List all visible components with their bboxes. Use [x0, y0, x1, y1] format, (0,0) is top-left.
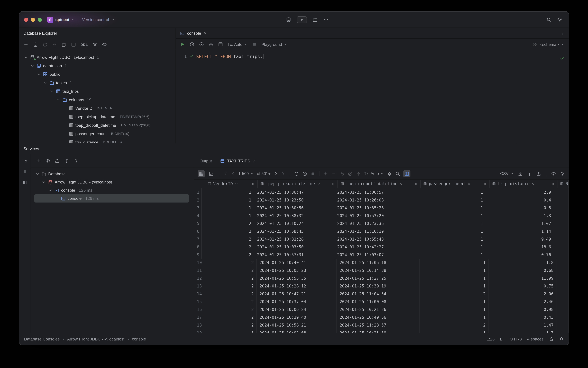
last-page-icon[interactable]	[281, 171, 286, 176]
delete-row-icon[interactable]	[331, 171, 337, 176]
cell-vendorid[interactable]: 2	[204, 313, 257, 321]
open-table-icon[interactable]	[71, 42, 76, 47]
chevron-down-icon[interactable]	[41, 180, 46, 184]
row-number-header[interactable]	[194, 180, 205, 188]
row-number[interactable]: 10	[194, 258, 204, 267]
cell-rate[interactable]	[557, 274, 569, 282]
first-page-icon[interactable]	[223, 171, 227, 176]
cancel-icon[interactable]	[348, 171, 353, 176]
cell-trip-distance[interactable]: 1.8	[489, 258, 557, 267]
tree-item-column[interactable]: trip_distance DOUBLE(0)	[19, 138, 176, 143]
table-row[interactable]: 4 1 2024-01-25 10:38:32 2024-01-25 10:53…	[194, 212, 569, 220]
row-number[interactable]: 12	[194, 274, 204, 282]
cell-rate[interactable]	[554, 212, 569, 220]
row-number[interactable]: 17	[194, 313, 204, 321]
schema-selector[interactable]: <schema>	[533, 42, 565, 47]
cell-pickup-datetime[interactable]: 2024-01-25 10:10:24	[254, 220, 334, 227]
cell-vendorid[interactable]: 1	[202, 204, 254, 212]
row-number[interactable]: 7	[194, 235, 202, 243]
cell-vendorid[interactable]: 2	[202, 220, 254, 227]
row-number[interactable]: 13	[194, 282, 204, 290]
encoding-widget[interactable]: UTF-8	[510, 337, 522, 341]
expand-all-icon[interactable]	[64, 158, 69, 164]
cell-pickup-datetime[interactable]: 2024-01-25 10:58:45	[254, 227, 334, 235]
cell-vendorid[interactable]: 2	[204, 258, 257, 267]
table-row[interactable]: 14 2 2024-01-25 10:47:21 2024-01-25 11:0…	[194, 290, 569, 298]
page-range-selector[interactable]: 1-500	[238, 171, 254, 176]
row-number[interactable]: 15	[194, 298, 204, 305]
row-number[interactable]: 16	[194, 305, 204, 313]
inspections-ok-check-icon[interactable]	[560, 56, 565, 61]
cell-rate[interactable]	[554, 227, 569, 235]
cell-vendorid[interactable]: 2	[202, 235, 254, 243]
code-line[interactable]: 1 SELECT * FROM taxi_trips;	[176, 52, 569, 61]
service-node-console-result[interactable]: console 126 ms	[34, 194, 189, 202]
view-options-eye-icon[interactable]	[551, 171, 556, 176]
run-in-console-icon[interactable]	[199, 42, 204, 47]
cell-vendorid[interactable]: 2	[204, 267, 257, 274]
column-header-rate[interactable]: Rate	[557, 180, 569, 188]
cell-vendorid[interactable]: 2	[204, 305, 257, 313]
table-row[interactable]: 5 2 2024-01-25 10:10:24 2024-01-25 10:23…	[194, 220, 569, 227]
cell-pickup-datetime[interactable]: 2024-01-25 10:40:41	[257, 258, 337, 267]
cell-passenger-count[interactable]: 1	[417, 196, 486, 204]
cell-dropoff-datetime[interactable]: 2024-01-25 10:26:08	[334, 196, 417, 204]
sql-editor[interactable]: 1 SELECT * FROM taxi_trips;	[176, 50, 569, 143]
cell-rate[interactable]	[554, 243, 569, 251]
cell-rate[interactable]	[557, 290, 569, 298]
execution-history-clock-icon[interactable]	[189, 42, 195, 47]
cell-dropoff-datetime[interactable]: 2024-01-25 10:21:26	[337, 305, 420, 313]
cell-vendorid[interactable]: 2	[204, 290, 257, 298]
tab-output[interactable]: Output	[196, 154, 216, 167]
service-node-datasource[interactable]: Arrow Flight JDBC - @localhost	[34, 178, 189, 186]
breadcrumb-item[interactable]: console	[132, 337, 146, 341]
cell-dropoff-datetime[interactable]: 2024-01-25 11:03:07	[334, 251, 417, 258]
tree-item-column[interactable]: tpep_dropoff_datetime TIMESTAMP(26,6)	[19, 121, 176, 129]
stop-button[interactable]	[310, 171, 315, 176]
chart-view-toggle[interactable]	[208, 170, 215, 177]
filter-funnel-icon[interactable]	[235, 182, 238, 186]
cell-trip-distance[interactable]: 0.43	[489, 313, 557, 321]
cell-passenger-count[interactable]: 1	[417, 243, 486, 251]
cell-dropoff-datetime[interactable]: 2024-01-25 10:14:38	[337, 267, 420, 274]
cell-trip-distance[interactable]: 1.14	[486, 227, 554, 235]
cell-vendorid[interactable]: 1	[202, 196, 254, 204]
chevron-down-icon[interactable]	[43, 80, 47, 85]
cell-trip-distance[interactable]: 1.07	[486, 220, 554, 227]
submit-changes-icon[interactable]	[356, 171, 361, 176]
tx-mode-selector[interactable]: Tx: Auto	[364, 171, 384, 176]
table-row[interactable]: 18 2 2024-01-25 10:58:21 2024-01-25 11:2…	[194, 321, 569, 329]
row-number[interactable]: 5	[194, 220, 202, 227]
cell-trip-distance[interactable]: 0.76	[486, 251, 554, 258]
cell-vendorid[interactable]: 2	[202, 243, 254, 251]
service-node-console[interactable]: console 126 ms	[34, 186, 189, 194]
column-header-passenger-count[interactable]: passenger_count	[421, 180, 490, 188]
value-editor-toggle[interactable]	[403, 170, 410, 177]
cell-passenger-count[interactable]: 1	[417, 227, 486, 235]
cell-pickup-datetime[interactable]: 2024-01-25 10:37:04	[257, 298, 337, 305]
download-data-icon[interactable]	[518, 171, 523, 176]
cell-pickup-datetime[interactable]: 2024-01-25 10:55:35	[257, 274, 337, 282]
tree-item-datasource[interactable]: Arrow Flight JDBC - @localhost 1	[19, 53, 176, 62]
cell-trip-distance[interactable]: 11.99	[489, 274, 557, 282]
editor-tab-console[interactable]: console	[176, 28, 211, 38]
cell-dropoff-datetime[interactable]: 2024-01-25 11:16:19	[334, 227, 417, 235]
reload-data-icon[interactable]	[294, 171, 299, 176]
cell-dropoff-datetime[interactable]: 2024-01-25 11:06:57	[334, 188, 417, 196]
cell-pickup-datetime[interactable]: 2024-01-25 10:31:28	[254, 235, 334, 243]
tree-item-table[interactable]: taxi_trips	[19, 87, 176, 95]
grid-settings-gear-icon[interactable]	[560, 171, 565, 176]
cell-pickup-datetime[interactable]: 2024-01-25 10:57:31	[254, 251, 334, 258]
sort-icon[interactable]	[331, 182, 335, 186]
cell-trip-distance[interactable]: 18.6	[486, 243, 554, 251]
project-widget[interactable]: S spiceai	[47, 17, 75, 23]
cell-trip-distance[interactable]: 0.98	[489, 305, 557, 313]
cell-rate[interactable]	[554, 196, 569, 204]
cell-pickup-datetime[interactable]: 2024-01-25 10:47:21	[257, 290, 337, 298]
cell-pickup-datetime[interactable]: 2024-01-25 10:58:21	[257, 321, 337, 329]
export-format-selector[interactable]: CSV	[500, 171, 514, 176]
breadcrumb-item[interactable]: Arrow Flight JDBC - @localhost	[67, 337, 125, 341]
refresh-icon[interactable]	[43, 42, 47, 47]
tree-item-column[interactable]: VendorID INTEGER	[19, 104, 176, 112]
tree-item-tables-group[interactable]: tables 1	[19, 79, 176, 87]
